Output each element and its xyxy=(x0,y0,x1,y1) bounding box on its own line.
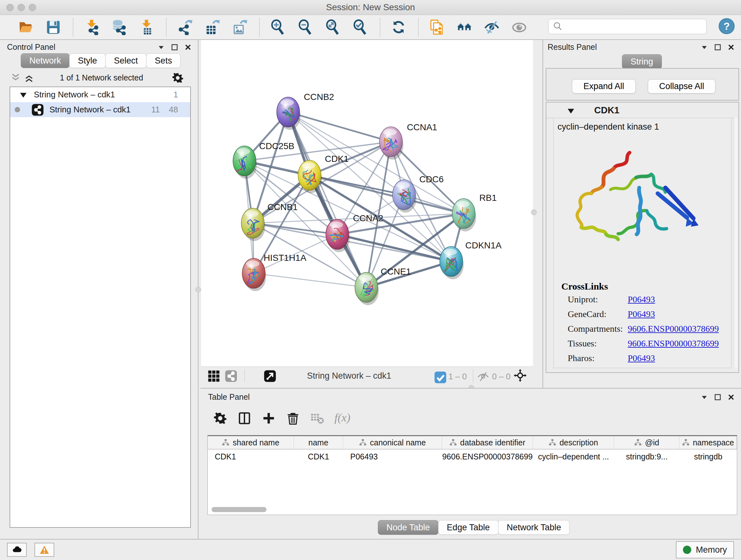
column-header--id[interactable]: @id xyxy=(614,436,679,449)
share-view-icon[interactable] xyxy=(225,370,238,382)
column-header-namespace[interactable]: namespace xyxy=(679,436,737,449)
clone-network-button[interactable] xyxy=(429,18,446,36)
network-row[interactable]: String Network – cdk1 11 48 xyxy=(10,102,190,117)
open-session-button[interactable] xyxy=(18,18,35,36)
network-canvas[interactable]: CCNB2CCNA1CDC25BCDK1CDC6RB1CCNB1CCNA2CDK… xyxy=(201,40,533,367)
cell-name[interactable]: CDK1 xyxy=(294,449,343,463)
results-buttons-box: Expand All Collapse All xyxy=(546,68,739,101)
tab-edge-table[interactable]: Edge Table xyxy=(438,520,498,535)
import-table-icon xyxy=(138,19,154,35)
first-neighbors-button[interactable] xyxy=(456,18,474,36)
cell-canonical-name[interactable]: P06493 xyxy=(343,449,442,463)
tab-select[interactable]: Select xyxy=(105,53,146,68)
right-splitter-handle[interactable] xyxy=(531,209,537,215)
tab-node-table[interactable]: Node Table xyxy=(378,520,439,535)
export-network-icon xyxy=(177,19,193,35)
cell-namespace[interactable]: stringdb xyxy=(679,449,737,463)
crosslink-link-tissues-[interactable]: 9606.ENSP00000378699 xyxy=(628,338,719,353)
collapse-all-chevron-icon[interactable] xyxy=(10,72,21,83)
column-label: canonical name xyxy=(370,438,426,447)
cell--id[interactable]: stringdb:9... xyxy=(614,449,679,463)
table-panel-collapse-button[interactable] xyxy=(700,393,709,401)
crosslink-link-genecard-[interactable]: P06493 xyxy=(628,309,655,324)
hide-selected-button[interactable] xyxy=(484,18,501,36)
tab-network-table[interactable]: Network Table xyxy=(498,520,570,535)
edge-CCNB2-CCNA1[interactable] xyxy=(288,112,391,142)
column-header-database-identifier[interactable]: database identifier xyxy=(442,436,533,449)
show-columns-button[interactable] xyxy=(238,411,253,426)
tab-string[interactable]: String xyxy=(622,54,662,69)
left-splitter-handle[interactable] xyxy=(195,287,201,293)
import-database-button[interactable] xyxy=(111,18,128,36)
refresh-button[interactable] xyxy=(391,18,408,36)
network-collection-row[interactable]: String Network – cdk1 1 xyxy=(10,87,190,102)
crosslink-link-uniprot-[interactable]: P06493 xyxy=(628,294,655,309)
table-row[interactable]: CDK1CDK1P064939606.ENSP00000378699cyclin… xyxy=(208,449,737,463)
results-scrollbar[interactable] xyxy=(734,118,738,368)
tab-style[interactable]: Style xyxy=(69,53,106,68)
results-panel-collapse-button[interactable] xyxy=(700,43,709,51)
birdseye-crosshair-icon[interactable] xyxy=(514,369,528,383)
crosslink-link-pharos-[interactable]: P06493 xyxy=(628,353,655,368)
current-network-name: String Network – cdk1 xyxy=(307,371,391,381)
edge-CCNE1-HIST1H1A[interactable] xyxy=(254,273,366,287)
protein-section-header[interactable]: CDK1 xyxy=(546,103,738,118)
export-image-button[interactable] xyxy=(232,18,249,36)
help-button[interactable]: ? xyxy=(719,18,735,34)
zoom-in-button[interactable] xyxy=(270,18,287,36)
table-options-button[interactable] xyxy=(213,411,228,426)
section-disclosure-triangle-icon[interactable] xyxy=(566,106,576,116)
results-panel-close-button[interactable] xyxy=(727,43,735,51)
grid-view-icon[interactable] xyxy=(207,370,220,382)
warning-button[interactable] xyxy=(35,543,54,557)
table-horizontal-scrollbar[interactable] xyxy=(212,507,266,512)
tab-sets[interactable]: Sets xyxy=(146,53,181,68)
export-image-icon xyxy=(232,19,248,35)
cloud-button[interactable] xyxy=(7,543,27,557)
zoom-fit-button[interactable] xyxy=(325,18,342,36)
export-network-button[interactable] xyxy=(177,18,194,36)
zoom-selected-button[interactable] xyxy=(352,18,369,36)
selected-checkbox-icon[interactable] xyxy=(434,371,444,381)
hidden-count: 0 – 0 xyxy=(492,372,511,381)
column-header-shared-name[interactable]: shared name xyxy=(208,436,294,449)
table-panel-close-button[interactable] xyxy=(727,393,735,401)
crosslink-link-compartments-[interactable]: 9606.ENSP00000378699 xyxy=(628,324,719,338)
column-header-name[interactable]: name xyxy=(294,436,343,449)
window-title: Session: New Session xyxy=(0,0,741,15)
column-header-canonical-name[interactable]: canonical name xyxy=(343,436,442,449)
save-session-button[interactable] xyxy=(45,18,63,36)
cell-database-identifier[interactable]: 9606.ENSP00000378699 xyxy=(442,449,533,463)
create-column-button[interactable] xyxy=(262,411,277,426)
column-header-description[interactable]: description xyxy=(533,436,614,449)
results-panel-float-button[interactable] xyxy=(714,43,722,51)
collapse-all-button[interactable]: Collapse All xyxy=(648,79,716,94)
gear-icon[interactable] xyxy=(172,72,184,84)
show-all-button[interactable] xyxy=(511,18,529,36)
control-panel-close-button[interactable] xyxy=(184,43,192,51)
network-edge-count: 48 xyxy=(169,105,178,115)
table-panel-float-button[interactable] xyxy=(714,393,722,401)
memory-button[interactable]: Memory xyxy=(676,541,734,558)
network-options-gear-icon[interactable] xyxy=(172,72,184,84)
delete-table-button[interactable] xyxy=(310,411,326,426)
open-external-icon[interactable] xyxy=(264,370,276,382)
tab-network[interactable]: Network xyxy=(21,53,70,68)
cell-description[interactable]: cyclin–dependent ... xyxy=(533,449,614,463)
delete-column-button[interactable] xyxy=(286,411,301,426)
expand-all-button[interactable]: Expand All xyxy=(572,79,636,94)
edge-CCNA2-CDKN1A[interactable] xyxy=(337,234,451,261)
disclosure-triangle-icon[interactable] xyxy=(18,90,28,100)
import-table-button[interactable] xyxy=(138,18,156,36)
zoom-in-icon xyxy=(270,19,286,35)
zoom-out-button[interactable] xyxy=(297,18,315,36)
control-panel-float-button[interactable] xyxy=(171,43,179,51)
search-input[interactable] xyxy=(563,20,706,33)
import-network-button[interactable] xyxy=(84,18,101,36)
export-table-button[interactable] xyxy=(204,18,221,36)
column-type-icon xyxy=(682,439,690,446)
cell-shared-name[interactable]: CDK1 xyxy=(208,449,294,463)
expand-all-chevron-icon[interactable] xyxy=(23,72,35,83)
apply-function-button[interactable]: f(x) xyxy=(334,411,350,426)
control-panel-collapse-button[interactable] xyxy=(157,43,165,51)
